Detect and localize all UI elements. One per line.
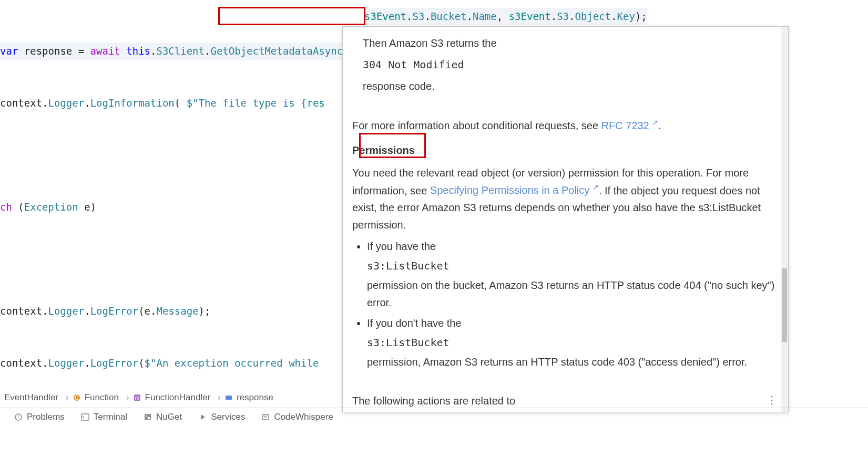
breadcrumb-function[interactable]: C Function	[72, 392, 119, 403]
variable-icon	[224, 393, 233, 402]
breadcrumb-functionhandler[interactable]: m FunctionHandler	[132, 392, 211, 403]
keyword-var: var	[0, 45, 18, 57]
tab-nuget[interactable]: NuGet	[143, 412, 182, 422]
documentation-tooltip[interactable]: Then Amazon S3 returns the 304 Not Modif…	[342, 26, 789, 412]
terminal-icon	[80, 412, 90, 422]
breadcrumb-eventhandler[interactable]: EventHandler	[4, 392, 58, 403]
external-link-icon: ↗	[593, 183, 599, 192]
breadcrumb-response[interactable]: response	[224, 392, 273, 403]
nuget-icon	[143, 412, 152, 422]
svg-rect-4	[226, 396, 232, 400]
tab-codewhisperer[interactable]: CodeWhispere	[261, 412, 333, 422]
svg-point-10	[148, 417, 150, 419]
link-specifying-permissions[interactable]: Specifying Permissions in a Policy ↗	[430, 184, 599, 196]
external-link-icon: ↗	[652, 118, 658, 127]
class-icon: C	[72, 393, 81, 402]
code-line-4[interactable]: context.Logger.LogError(e.Message);	[0, 303, 342, 320]
breadcrumb-bar: EventHandler › C Function › m FunctionHa…	[0, 388, 278, 408]
services-icon	[198, 412, 207, 422]
tooltip-text: Then Amazon S3 returns the	[363, 35, 779, 52]
code-line-1[interactable]: var response = await this.S3Client.GetOb…	[0, 43, 342, 60]
list-item: If you don't have the s3:ListBucket perm…	[367, 315, 779, 371]
problems-icon: !	[14, 412, 23, 422]
more-options-icon[interactable]: ⋮	[767, 391, 778, 409]
list-item: If you have the s3:ListBucket permission…	[367, 238, 779, 311]
code-line-1-continuation: s3Event.S3.Bucket.Name, s3Event.S3.Objec…	[364, 8, 647, 25]
method-icon: m	[132, 393, 142, 402]
bottom-tool-bar: ! Problems Terminal NuGet Services CodeW…	[0, 408, 868, 425]
svg-text:C: C	[75, 395, 78, 401]
code-line-blank-2[interactable]	[0, 251, 342, 268]
svg-marker-11	[201, 414, 205, 420]
svg-text:!: !	[18, 414, 19, 420]
code-line-5[interactable]: context.Logger.LogError($"An exception o…	[0, 355, 342, 372]
tooltip-code: 304 Not Modified	[363, 56, 779, 74]
tooltip-text: For more information about conditional r…	[352, 117, 779, 134]
method-getobjectmetadataasync[interactable]: GetObjectMetadataAsync	[210, 45, 342, 57]
tab-problems[interactable]: ! Problems	[14, 412, 65, 422]
code-editor[interactable]: var response = await this.S3Client.GetOb…	[0, 0, 342, 389]
code-line-2[interactable]: context.Logger.LogInformation( $"The fil…	[0, 95, 342, 112]
code-line-blank-1[interactable]	[0, 147, 342, 164]
tooltip-heading-permissions: Permissions	[352, 142, 779, 159]
chevron-right-icon: ›	[126, 392, 129, 403]
code-line-3[interactable]: ch (Exception e)	[0, 199, 342, 216]
tooltip-text: response code.	[363, 78, 779, 95]
tooltip-list: If you have the s3:ListBucket permission…	[352, 238, 779, 371]
scrollbar-thumb[interactable]	[782, 268, 787, 342]
svg-text:m: m	[135, 395, 139, 401]
link-rfc7232[interactable]: RFC 7232 ↗	[601, 120, 659, 131]
tab-services[interactable]: Services	[198, 412, 245, 422]
svg-point-9	[146, 415, 148, 417]
svg-rect-8	[145, 414, 151, 420]
chevron-right-icon: ›	[218, 392, 221, 403]
tooltip-text: You need the relevant read object (or ve…	[352, 164, 779, 234]
tooltip-scrollbar[interactable]	[781, 27, 788, 412]
tab-terminal[interactable]: Terminal	[80, 412, 127, 422]
codewhisperer-icon	[261, 412, 270, 422]
svg-rect-7	[81, 414, 89, 420]
chevron-right-icon: ›	[66, 392, 69, 403]
